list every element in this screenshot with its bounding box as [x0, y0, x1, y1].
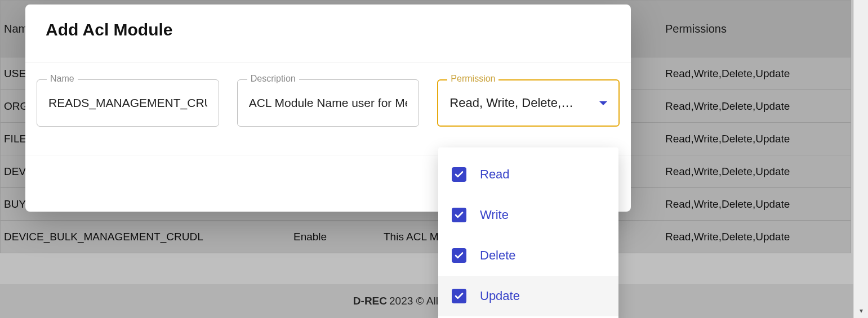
vertical-scrollbar[interactable]: ▾	[853, 0, 868, 318]
scroll-track[interactable]	[854, 0, 868, 303]
name-input[interactable]	[48, 96, 207, 110]
description-field[interactable]	[237, 79, 420, 127]
permission-option-write[interactable]: Write	[438, 195, 618, 235]
name-label: Name	[47, 74, 78, 84]
name-field-wrapper: Name	[37, 79, 219, 127]
permission-dropdown: Read Write Delete Update	[438, 147, 618, 318]
description-label: Description	[247, 74, 299, 84]
permission-select[interactable]: Read, Write, Delete,…	[437, 79, 620, 127]
description-field-wrapper: Description	[237, 79, 420, 127]
dialog-header: Add Acl Module	[25, 5, 631, 62]
checkbox-checked-icon[interactable]	[452, 167, 466, 182]
option-label: Update	[480, 289, 520, 303]
checkbox-checked-icon[interactable]	[452, 289, 466, 303]
option-label: Delete	[480, 248, 516, 263]
checkbox-checked-icon[interactable]	[452, 248, 466, 263]
permission-label: Permission	[447, 74, 498, 84]
permission-option-read[interactable]: Read	[438, 154, 618, 195]
name-field[interactable]	[37, 79, 219, 127]
description-input[interactable]	[249, 96, 408, 110]
permission-value: Read, Write, Delete,…	[449, 96, 595, 110]
scroll-down-button[interactable]: ▾	[854, 303, 868, 318]
option-label: Read	[480, 167, 510, 182]
dialog-title: Add Acl Module	[46, 20, 611, 39]
chevron-down-icon: ▾	[860, 307, 863, 315]
option-label: Write	[480, 208, 509, 222]
checkbox-checked-icon[interactable]	[452, 208, 466, 222]
permission-option-delete[interactable]: Delete	[438, 235, 618, 276]
dialog-body: Name Description Read, Write, Delete,… P…	[25, 62, 631, 155]
chevron-down-icon	[599, 101, 607, 105]
permission-field-wrapper: Read, Write, Delete,… Permission	[437, 79, 620, 127]
permission-option-update[interactable]: Update	[438, 276, 618, 316]
